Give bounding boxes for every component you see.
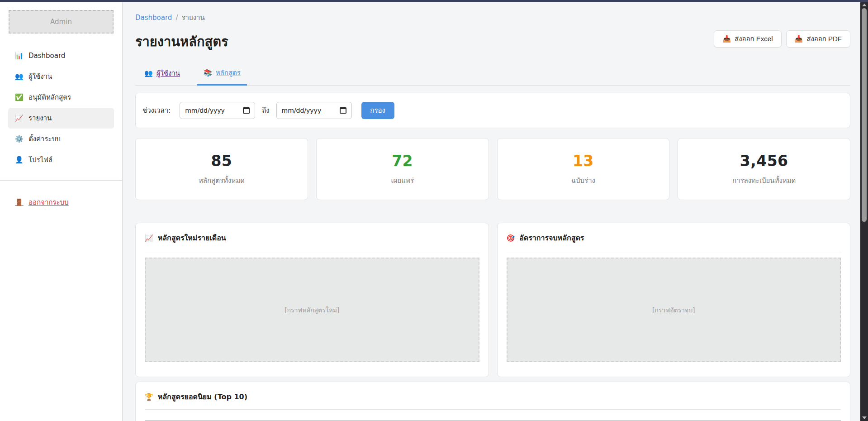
stat-value: 72	[392, 152, 413, 170]
sidebar-item-approve-courses[interactable]: ✅ อนุมัติหลักสูตร	[8, 87, 114, 108]
top-courses-title: หลักสูตรยอดนิยม (Top 10)	[158, 391, 247, 402]
card-header: 🏆 หลักสูตรยอดนิยม (Top 10)	[145, 391, 841, 402]
placeholder-text: [กราฟอัตราจบ]	[652, 305, 695, 315]
export-excel-label: ส่งออก Excel	[735, 33, 773, 44]
stat-label: ฉบับร่าง	[571, 175, 595, 186]
breadcrumb-dashboard-link[interactable]: Dashboard	[135, 14, 172, 22]
sidebar-nav: 📊 Dashboard 👥 ผู้ใช้งาน ✅ อนุมัติหลักสูต…	[0, 45, 122, 170]
export-excel-button[interactable]: 📥 ส่งออก Excel	[714, 30, 781, 48]
placeholder-text: [กราฟหลักสูตรใหม่]	[285, 305, 339, 315]
stat-value: 85	[211, 152, 232, 170]
users-icon: 👥	[144, 69, 153, 77]
date-to-label: ถึง	[262, 105, 269, 116]
scroll-down-icon[interactable]	[862, 416, 867, 419]
sidebar-item-label: โปรไฟล์	[28, 154, 52, 165]
scroll-up-icon[interactable]	[862, 4, 867, 6]
chart-title: หลักสูตรใหม่รายเดือน	[158, 232, 226, 244]
sidebar-item-settings[interactable]: ⚙️ ตั้งค่าระบบ	[8, 129, 114, 149]
stat-drafts: 13 ฉบับร่าง	[497, 138, 670, 200]
export-pdf-label: ส่งออก PDF	[806, 33, 842, 44]
chart-title: อัตราการจบหลักสูตร	[519, 232, 584, 244]
top-courses-card: 🏆 หลักสูตรยอดนิยม (Top 10)	[135, 382, 850, 421]
export-buttons: 📥 ส่งออก Excel 📥 ส่งออก PDF	[714, 30, 850, 48]
calendar-icon[interactable]	[340, 107, 346, 114]
admin-logo-text: Admin	[50, 18, 72, 26]
line-chart-icon: 📈	[145, 234, 153, 242]
stat-label: หลักสูตรทั้งหมด	[199, 175, 245, 186]
page-title: รายงานหลักสูตร	[135, 31, 228, 52]
line-chart-icon: 📈	[15, 114, 23, 122]
tab-users-label: ผู้ใช้งาน	[157, 68, 180, 79]
target-icon: 🎯	[507, 234, 515, 242]
card-divider	[145, 409, 841, 410]
stat-value: 3,456	[740, 152, 788, 170]
new-courses-chart-placeholder: [กราฟหลักสูตรใหม่]	[145, 258, 479, 362]
tab-users[interactable]: 👥 ผู้ใช้งาน	[142, 65, 182, 85]
users-icon: 👥	[15, 72, 23, 81]
date-to-value: mm/dd/yyyy	[282, 107, 322, 114]
download-tray-icon: 📥	[722, 35, 731, 43]
sidebar-item-label: ตั้งค่าระบบ	[28, 134, 61, 144]
sidebar-item-users[interactable]: 👥 ผู้ใช้งาน	[8, 66, 114, 87]
new-courses-chart-card: 📈 หลักสูตรใหม่รายเดือน [กราฟหลักสูตรใหม่…	[135, 223, 489, 377]
date-from-input[interactable]: mm/dd/yyyy	[180, 102, 255, 119]
card-header: 📈 หลักสูตรใหม่รายเดือน	[145, 232, 479, 244]
books-icon: 📚	[204, 69, 212, 77]
gear-icon: ⚙️	[15, 135, 23, 143]
tab-courses-label: หลักสูตร	[216, 67, 241, 78]
breadcrumb-separator: /	[175, 14, 178, 22]
charts-row: 📈 หลักสูตรใหม่รายเดือน [กราฟหลักสูตรใหม่…	[135, 223, 850, 377]
stat-total-enrollments: 3,456 การลงทะเบียนทั้งหมด	[678, 138, 850, 200]
breadcrumb-current: รายงาน	[181, 12, 204, 23]
date-filter-bar: ช่วงเวลา: mm/dd/yyyy ถึง mm/dd/yyyy กรอง	[135, 93, 850, 128]
breadcrumb: Dashboard / รายงาน	[135, 12, 850, 23]
sidebar-item-profile[interactable]: 👤 โปรไฟล์	[8, 149, 114, 170]
report-tabs: 👥 ผู้ใช้งาน 📚 หลักสูตร	[135, 65, 850, 86]
sidebar-item-reports[interactable]: 📈 รายงาน	[8, 108, 114, 129]
date-to-input[interactable]: mm/dd/yyyy	[276, 102, 352, 119]
download-tray-icon: 📥	[795, 35, 803, 43]
window-top-strip	[0, 0, 868, 2]
logout-label: ออกจากระบบ	[28, 197, 69, 208]
filter-button[interactable]: กรอง	[361, 102, 394, 119]
stat-total-courses: 85 หลักสูตรทั้งหมด	[135, 138, 308, 200]
tab-courses[interactable]: 📚 หลักสูตร	[197, 65, 247, 86]
bar-chart-icon: 📊	[15, 52, 23, 60]
logout-link[interactable]: 🚪 ออกจากระบบ	[8, 193, 114, 211]
calendar-icon[interactable]	[243, 107, 250, 114]
stat-label: การลงทะเบียนทั้งหมด	[732, 175, 796, 186]
sidebar-item-label: Dashboard	[28, 52, 65, 60]
admin-logo-placeholder: Admin	[9, 10, 114, 33]
sidebar-divider	[0, 180, 122, 181]
sidebar-item-label: รายงาน	[28, 113, 52, 124]
report-page: Admin 📊 Dashboard 👥 ผู้ใช้งาน ✅ อนุมัติห…	[0, 0, 868, 421]
sidebar-item-label: อนุมัติหลักสูตร	[28, 92, 71, 103]
stat-published: 72 เผยแพร่	[316, 138, 489, 200]
sidebar-item-label: ผู้ใช้งาน	[28, 71, 52, 82]
sidebar: Admin 📊 Dashboard 👥 ผู้ใช้งาน ✅ อนุมัติห…	[0, 2, 123, 421]
trophy-icon: 🏆	[145, 393, 153, 401]
completion-rate-chart-placeholder: [กราฟอัตราจบ]	[507, 258, 841, 362]
export-pdf-button[interactable]: 📥 ส่งออก PDF	[786, 30, 850, 48]
card-divider	[145, 251, 479, 251]
date-from-value: mm/dd/yyyy	[185, 107, 225, 114]
stat-label: เผยแพร่	[391, 175, 413, 186]
date-range-label: ช่วงเวลา:	[142, 105, 171, 116]
card-divider	[507, 251, 841, 251]
door-icon: 🚪	[15, 198, 23, 206]
card-header: 🎯 อัตราการจบหลักสูตร	[507, 232, 841, 244]
check-icon: ✅	[15, 93, 23, 101]
page-header: รายงานหลักสูตร 📥 ส่งออก Excel 📥 ส่งออก P…	[135, 31, 850, 52]
completion-rate-chart-card: 🎯 อัตราการจบหลักสูตร [กราฟอัตราจบ]	[497, 223, 851, 377]
stats-row: 85 หลักสูตรทั้งหมด 72 เผยแพร่ 13 ฉบับร่า…	[135, 138, 850, 200]
scrollbar-thumb[interactable]	[862, 8, 867, 222]
sidebar-item-dashboard[interactable]: 📊 Dashboard	[8, 45, 114, 66]
main-content: Dashboard / รายงาน รายงานหลักสูตร 📥 ส่งอ…	[123, 2, 860, 421]
person-icon: 👤	[15, 156, 23, 164]
stat-value: 13	[573, 152, 594, 170]
vertical-scrollbar[interactable]	[860, 0, 868, 421]
